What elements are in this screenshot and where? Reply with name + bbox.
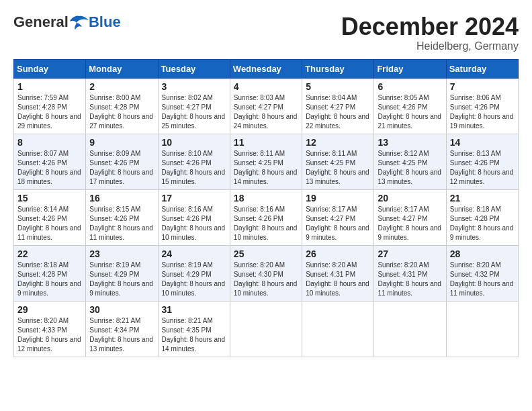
calendar-cell-19: 19Sunrise: 8:17 AMSunset: 4:27 PMDayligh… [302, 189, 374, 245]
page-header: General Blue December 2024 Heidelberg, G… [13, 13, 519, 52]
calendar-cell-4: 4Sunrise: 8:03 AMSunset: 4:27 PMDaylight… [230, 78, 302, 134]
calendar-cell-3: 3Sunrise: 8:02 AMSunset: 4:27 PMDaylight… [158, 78, 230, 134]
calendar-cell-empty [302, 301, 374, 357]
week-row-4: 22Sunrise: 8:18 AMSunset: 4:28 PMDayligh… [14, 245, 519, 301]
calendar-cell-7: 7Sunrise: 8:06 AMSunset: 4:26 PMDaylight… [446, 78, 518, 134]
calendar-cell-20: 20Sunrise: 8:17 AMSunset: 4:27 PMDayligh… [374, 189, 446, 245]
col-saturday: Saturday [446, 59, 518, 78]
week-row-1: 1Sunrise: 7:59 AMSunset: 4:28 PMDaylight… [14, 78, 519, 134]
calendar-cell-24: 24Sunrise: 8:19 AMSunset: 4:29 PMDayligh… [158, 245, 230, 301]
location: Heidelberg, Germany [341, 40, 519, 52]
calendar-cell-2: 2Sunrise: 8:00 AMSunset: 4:28 PMDaylight… [86, 78, 158, 134]
col-wednesday: Wednesday [230, 59, 302, 78]
calendar-cell-30: 30Sunrise: 8:21 AMSunset: 4:34 PMDayligh… [86, 301, 158, 357]
calendar-cell-empty [230, 301, 302, 357]
calendar-cell-28: 28Sunrise: 8:20 AMSunset: 4:32 PMDayligh… [446, 245, 518, 301]
calendar-cell-empty [374, 301, 446, 357]
calendar-cell-23: 23Sunrise: 8:19 AMSunset: 4:29 PMDayligh… [86, 245, 158, 301]
logo-general: General [13, 13, 69, 31]
logo: General Blue [13, 13, 121, 31]
calendar-cell-6: 6Sunrise: 8:05 AMSunset: 4:26 PMDaylight… [374, 78, 446, 134]
header-row: Sunday Monday Tuesday Wednesday Thursday… [14, 59, 519, 78]
calendar-cell-15: 15Sunrise: 8:14 AMSunset: 4:26 PMDayligh… [14, 189, 86, 245]
calendar-cell-12: 12Sunrise: 8:11 AMSunset: 4:25 PMDayligh… [302, 134, 374, 189]
calendar-cell-13: 13Sunrise: 8:12 AMSunset: 4:25 PMDayligh… [374, 134, 446, 189]
calendar-cell-14: 14Sunrise: 8:13 AMSunset: 4:26 PMDayligh… [446, 134, 518, 189]
col-thursday: Thursday [302, 59, 374, 78]
calendar-cell-5: 5Sunrise: 8:04 AMSunset: 4:27 PMDaylight… [302, 78, 374, 134]
calendar-cell-16: 16Sunrise: 8:15 AMSunset: 4:26 PMDayligh… [86, 189, 158, 245]
calendar-cell-17: 17Sunrise: 8:16 AMSunset: 4:26 PMDayligh… [158, 189, 230, 245]
calendar-cell-21: 21Sunrise: 8:18 AMSunset: 4:28 PMDayligh… [446, 189, 518, 245]
logo-bird-icon [70, 15, 89, 30]
calendar-cell-9: 9Sunrise: 8:09 AMSunset: 4:26 PMDaylight… [86, 134, 158, 189]
calendar-cell-26: 26Sunrise: 8:20 AMSunset: 4:31 PMDayligh… [302, 245, 374, 301]
calendar-cell-29: 29Sunrise: 8:20 AMSunset: 4:33 PMDayligh… [14, 301, 86, 357]
calendar-cell-11: 11Sunrise: 8:11 AMSunset: 4:25 PMDayligh… [230, 134, 302, 189]
calendar-cell-1: 1Sunrise: 7:59 AMSunset: 4:28 PMDaylight… [14, 78, 86, 134]
col-sunday: Sunday [14, 59, 86, 78]
week-row-3: 15Sunrise: 8:14 AMSunset: 4:26 PMDayligh… [14, 189, 519, 245]
calendar-cell-27: 27Sunrise: 8:20 AMSunset: 4:31 PMDayligh… [374, 245, 446, 301]
calendar-cell-18: 18Sunrise: 8:16 AMSunset: 4:26 PMDayligh… [230, 189, 302, 245]
month-title: December 2024 [341, 13, 519, 40]
calendar-table: Sunday Monday Tuesday Wednesday Thursday… [13, 59, 519, 357]
col-friday: Friday [374, 59, 446, 78]
calendar-cell-8: 8Sunrise: 8:07 AMSunset: 4:26 PMDaylight… [14, 134, 86, 189]
week-row-5: 29Sunrise: 8:20 AMSunset: 4:33 PMDayligh… [14, 301, 519, 357]
col-tuesday: Tuesday [158, 59, 230, 78]
calendar-cell-31: 31Sunrise: 8:21 AMSunset: 4:35 PMDayligh… [158, 301, 230, 357]
calendar-cell-10: 10Sunrise: 8:10 AMSunset: 4:26 PMDayligh… [158, 134, 230, 189]
logo-blue: Blue [89, 13, 121, 31]
calendar-cell-empty [446, 301, 518, 357]
title-block: December 2024 Heidelberg, Germany [341, 13, 519, 52]
calendar-cell-25: 25Sunrise: 8:20 AMSunset: 4:30 PMDayligh… [230, 245, 302, 301]
col-monday: Monday [86, 59, 158, 78]
calendar-cell-22: 22Sunrise: 8:18 AMSunset: 4:28 PMDayligh… [14, 245, 86, 301]
week-row-2: 8Sunrise: 8:07 AMSunset: 4:26 PMDaylight… [14, 134, 519, 189]
